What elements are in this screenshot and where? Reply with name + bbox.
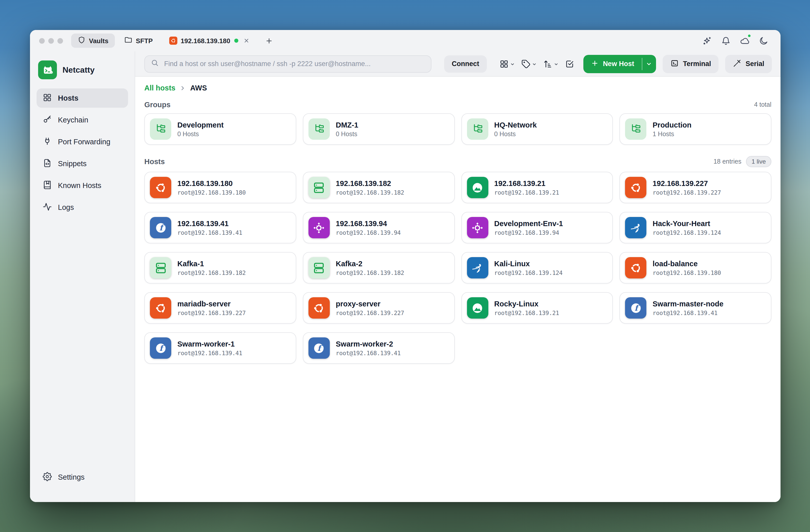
file-code-icon xyxy=(43,158,52,169)
host-card[interactable]: f 192.168.139.41 root@192.168.139.41 xyxy=(144,212,296,243)
group-name: Development xyxy=(177,121,224,129)
group-card[interactable]: DMZ-1 0 Hosts xyxy=(303,113,455,145)
netcatty-logo-icon xyxy=(38,61,57,79)
server-icon xyxy=(308,177,330,198)
notifications-bell-icon[interactable] xyxy=(720,35,731,46)
centos-icon xyxy=(467,217,488,238)
shield-icon xyxy=(78,36,85,45)
toolbar: Connect xyxy=(135,51,780,77)
connection-live-dot xyxy=(234,38,238,43)
group-card[interactable]: Development 0 Hosts xyxy=(144,113,296,145)
group-card[interactable]: Production 1 Hosts xyxy=(620,113,772,145)
ubuntu-icon xyxy=(308,297,330,319)
host-card[interactable]: 192.168.139.94 root@192.168.139.94 xyxy=(303,212,455,243)
multi-select-button[interactable] xyxy=(565,59,574,68)
chevron-down-icon xyxy=(510,59,515,68)
groups-header: Groups 4 total xyxy=(144,101,772,109)
host-card[interactable]: mariadb-server root@192.168.139.227 xyxy=(144,292,296,324)
serial-button[interactable]: Serial xyxy=(725,54,772,73)
host-card[interactable]: 192.168.139.182 root@192.168.139.182 xyxy=(303,172,455,203)
host-card[interactable]: Kafka-2 root@192.168.139.182 xyxy=(303,252,455,284)
host-card[interactable]: 192.168.139.180 root@192.168.139.180 xyxy=(144,172,296,203)
close-tab-icon[interactable] xyxy=(243,37,249,44)
close-window-button[interactable] xyxy=(39,38,45,44)
host-card[interactable]: Kali-Linux root@192.168.139.124 xyxy=(461,252,613,284)
sidebar-item-snippets[interactable]: Snippets xyxy=(37,154,128,173)
rocky-icon xyxy=(467,297,488,319)
host-card[interactable]: load-balance root@192.168.139.180 xyxy=(620,252,772,284)
host-card[interactable]: Hack-Your-Heart root@192.168.139.124 xyxy=(620,212,772,243)
sync-online-badge xyxy=(747,34,751,38)
groups-grid: Development 0 Hosts DMZ-1 0 Hosts HQ-Net… xyxy=(144,113,772,145)
host-card[interactable]: f Swarm-worker-1 root@192.168.139.41 xyxy=(144,332,296,364)
hosts-page: All hosts AWS Groups 4 total Development… xyxy=(135,77,780,502)
minimize-window-button[interactable] xyxy=(48,38,54,44)
tab-vaults[interactable]: Vaults xyxy=(71,34,115,48)
tag-filter-button[interactable] xyxy=(521,59,537,68)
view-controls xyxy=(500,59,574,68)
host-name: 192.168.139.227 xyxy=(653,179,721,187)
centos-icon xyxy=(308,217,330,238)
netcatty-window: Vaults SFTP 192.168.139.180 xyxy=(30,30,780,502)
sync-cloud-icon[interactable] xyxy=(739,35,749,46)
breadcrumb-all-hosts[interactable]: All hosts xyxy=(144,84,175,92)
terminal-icon xyxy=(670,59,679,69)
hosts-title: Hosts xyxy=(144,158,165,166)
dark-mode-moon-icon[interactable] xyxy=(758,35,768,46)
tab-bar: Vaults SFTP 192.168.139.180 xyxy=(71,34,273,48)
fedora-icon: f xyxy=(308,337,330,359)
chevron-down-icon xyxy=(532,59,537,68)
search-input[interactable] xyxy=(163,60,425,68)
host-card[interactable]: f Swarm-worker-2 root@192.168.139.41 xyxy=(303,332,455,364)
new-host-dropdown-button[interactable] xyxy=(642,54,656,73)
sidebar-item-known-hosts[interactable]: Known Hosts xyxy=(37,176,128,195)
host-card[interactable]: 192.168.139.21 root@192.168.139.21 xyxy=(461,172,613,203)
chevron-down-icon xyxy=(554,59,558,68)
host-card[interactable]: Rocky-Linux root@192.168.139.21 xyxy=(461,292,613,324)
zoom-window-button[interactable] xyxy=(58,38,63,44)
host-name: Kali-Linux xyxy=(494,259,563,268)
folder-tree-icon xyxy=(308,118,330,140)
app-name: Netcatty xyxy=(63,65,95,75)
host-user: root@192.168.139.41 xyxy=(336,349,401,356)
chevron-right-icon xyxy=(179,85,186,91)
grid-view-button[interactable] xyxy=(500,59,515,68)
new-host-button[interactable]: New Host xyxy=(584,54,642,73)
hosts-entries-count: 18 entries xyxy=(713,158,741,165)
host-user: root@192.168.139.41 xyxy=(653,309,724,316)
host-user: root@192.168.139.124 xyxy=(653,229,721,236)
terminal-button[interactable]: Terminal xyxy=(663,54,719,73)
host-name: Swarm-worker-2 xyxy=(336,340,401,348)
host-user: root@192.168.139.182 xyxy=(177,269,246,276)
host-user: root@192.168.139.182 xyxy=(336,189,404,196)
host-name: 192.168.139.21 xyxy=(494,179,559,187)
hosts-header: Hosts 18 entries 1 live xyxy=(144,156,772,167)
server-icon xyxy=(150,257,171,278)
ubuntu-icon xyxy=(150,297,171,319)
host-card[interactable]: f Swarm-master-node root@192.168.139.41 xyxy=(620,292,772,324)
host-name: Swarm-worker-1 xyxy=(177,340,242,348)
host-card[interactable]: Development-Env-1 root@192.168.139.94 xyxy=(461,212,613,243)
host-user: root@192.168.139.180 xyxy=(653,269,721,276)
tab-host-192-168-139-180[interactable]: 192.168.139.180 xyxy=(162,34,256,48)
gear-icon xyxy=(43,472,52,482)
sort-order-button[interactable] xyxy=(543,59,558,68)
host-card[interactable]: proxy-server root@192.168.139.227 xyxy=(303,292,455,324)
new-tab-button[interactable] xyxy=(265,37,273,45)
sidebar-item-keychain[interactable]: Keychain xyxy=(37,110,128,130)
sidebar-item-hosts[interactable]: Hosts xyxy=(37,88,128,108)
group-name: HQ-Network xyxy=(494,121,537,129)
group-card[interactable]: HQ-Network 0 Hosts xyxy=(461,113,613,145)
breadcrumb: All hosts AWS xyxy=(144,84,772,92)
window-controls xyxy=(39,38,63,44)
connect-button[interactable]: Connect xyxy=(444,55,487,72)
tab-sftp[interactable]: SFTP xyxy=(118,34,159,48)
host-card[interactable]: 192.168.139.227 root@192.168.139.227 xyxy=(620,172,772,203)
sidebar-item-port-forwarding[interactable]: Port Forwarding xyxy=(37,132,128,151)
host-card[interactable]: Kafka-1 root@192.168.139.182 xyxy=(144,252,296,284)
sidebar-item-settings[interactable]: Settings xyxy=(37,467,128,487)
ai-sparkle-icon[interactable] xyxy=(702,35,712,46)
sidebar-item-logs[interactable]: Logs xyxy=(37,198,128,217)
fedora-icon: f xyxy=(625,297,647,319)
host-user: root@192.168.139.180 xyxy=(177,189,246,196)
